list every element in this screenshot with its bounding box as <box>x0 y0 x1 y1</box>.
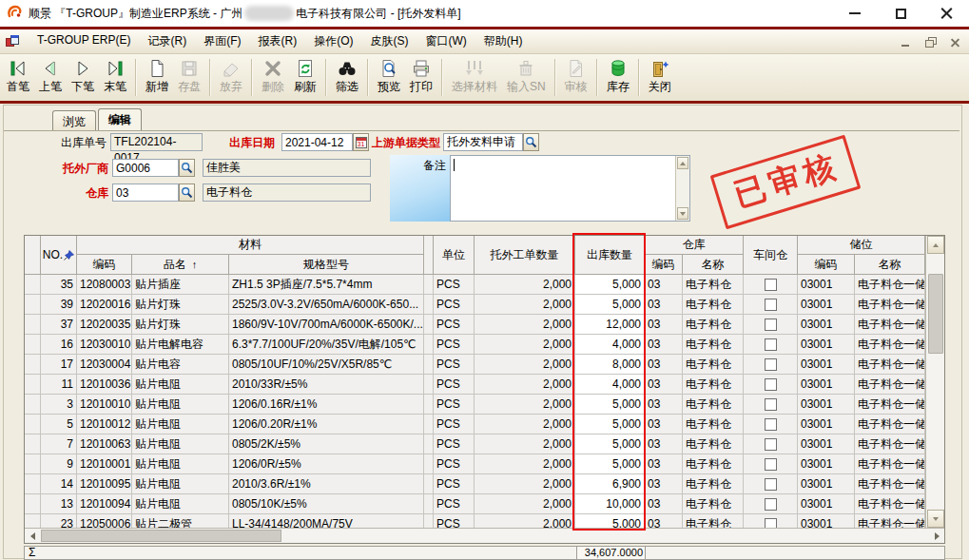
cell-no[interactable]: 9 <box>41 454 77 474</box>
toolbar-button-1[interactable]: 上笔 <box>34 54 67 101</box>
cell-wo-qty[interactable]: 2,000 <box>475 315 575 335</box>
toolbar-button-5[interactable]: 新增 <box>141 54 173 101</box>
cell-name[interactable]: 贴片二极管 <box>132 514 229 528</box>
cell-loc-code[interactable]: 03001 <box>798 275 855 295</box>
cell-wh-name[interactable]: 电子料仓 <box>683 295 744 315</box>
cell-unit[interactable]: PCS <box>434 275 475 295</box>
header-workshop[interactable]: 车间仓 <box>744 236 798 275</box>
cell-loc-code[interactable]: 03001 <box>798 355 855 375</box>
header-clipped-column[interactable] <box>424 236 434 275</box>
cell-wo-qty[interactable]: 2,000 <box>475 434 575 454</box>
cell-clipped[interactable] <box>424 275 434 295</box>
cell-unit[interactable]: PCS <box>434 415 475 434</box>
issue-date-field[interactable] <box>281 133 353 151</box>
cell-name[interactable]: 贴片电容 <box>132 355 229 375</box>
workshop-checkbox[interactable] <box>765 418 777 431</box>
cell-spec[interactable]: 2010/3.6R/±1% <box>229 474 424 494</box>
cell-wh-name[interactable]: 电子料仓 <box>683 514 744 528</box>
cell-code[interactable]: 12010063 <box>77 434 132 454</box>
cell-workshop[interactable] <box>744 395 798 415</box>
mdi-close-button[interactable] <box>946 34 963 49</box>
cell-wh-name[interactable]: 电子料仓 <box>683 395 744 415</box>
cell-no[interactable]: 11 <box>41 375 77 395</box>
cell-unit[interactable]: PCS <box>434 434 475 454</box>
cell-loc-name[interactable]: 电子料仓一储 <box>855 335 925 355</box>
row-indicator-cell[interactable] <box>25 514 41 528</box>
row-indicator-cell[interactable] <box>25 315 41 335</box>
cell-unit[interactable]: PCS <box>434 355 475 375</box>
cell-out-qty[interactable]: 5,000 <box>575 275 645 295</box>
workshop-checkbox[interactable] <box>765 498 777 511</box>
cell-name[interactable]: 贴片插座 <box>132 275 229 295</box>
cell-clipped[interactable] <box>424 375 434 395</box>
row-indicator-cell[interactable] <box>25 434 41 454</box>
cell-workshop[interactable] <box>744 295 798 315</box>
toolbar-button-2[interactable]: 下笔 <box>67 54 99 101</box>
header-material-group[interactable]: 材料 <box>77 236 424 255</box>
cell-wh-name[interactable]: 电子料仓 <box>683 415 744 434</box>
cell-wo-qty[interactable]: 2,000 <box>475 474 575 494</box>
cell-code[interactable]: 12030004 <box>77 355 132 375</box>
cell-wh-name[interactable]: 电子料仓 <box>683 315 744 335</box>
cell-spec[interactable]: 1860/9V-10V/700mA/6000K-6500K/... <box>229 315 424 335</box>
header-out-qty[interactable]: 出库数量 <box>575 236 645 275</box>
cell-wh-code[interactable]: 03 <box>645 415 683 434</box>
menu-item-1[interactable]: 记录(R) <box>139 29 195 53</box>
cell-wo-qty[interactable]: 2,000 <box>475 335 575 355</box>
cell-clipped[interactable] <box>424 454 434 474</box>
cell-code[interactable]: 12020016 <box>77 295 132 315</box>
cell-wo-qty[interactable]: 2,000 <box>475 494 575 514</box>
header-row-indicator[interactable] <box>25 236 41 275</box>
cell-wh-name[interactable]: 电子料仓 <box>683 474 744 494</box>
cell-out-qty[interactable]: 5,000 <box>575 454 645 474</box>
workshop-checkbox[interactable] <box>765 279 777 291</box>
toolbar-button-3[interactable]: 末笔 <box>99 54 131 101</box>
cell-clipped[interactable] <box>424 295 434 315</box>
cell-spec[interactable]: 2525/3.0V-3.2V/650mA/6000K-650... <box>229 295 424 315</box>
cell-out-qty[interactable]: 5,000 <box>575 434 645 454</box>
cell-code[interactable]: 12010036 <box>77 375 132 395</box>
cell-spec[interactable]: 0805/10K/±5% <box>229 494 424 514</box>
cell-wo-qty[interactable]: 2,000 <box>475 375 575 395</box>
remark-scrollbar[interactable] <box>675 156 689 221</box>
vertical-scroll-thumb[interactable] <box>928 274 943 354</box>
cell-wo-qty[interactable]: 2,000 <box>475 295 575 315</box>
scroll-up-button[interactable] <box>927 236 944 254</box>
row-indicator-cell[interactable] <box>25 494 41 514</box>
cell-unit[interactable]: PCS <box>434 395 475 415</box>
row-indicator-cell[interactable] <box>25 295 41 315</box>
cell-code[interactable]: 12010095 <box>77 474 132 494</box>
cell-wh-name[interactable]: 电子料仓 <box>683 275 744 295</box>
toolbar-button-23[interactable]: 库存 <box>602 54 634 101</box>
cell-unit[interactable]: PCS <box>434 315 475 335</box>
cell-spec[interactable]: ZH1.5 3P插座/7.5*5.7*4mm <box>229 275 424 295</box>
cell-out-qty[interactable]: 5,000 <box>575 514 645 528</box>
cell-unit[interactable]: PCS <box>434 514 475 528</box>
workshop-checkbox[interactable] <box>765 438 777 451</box>
horizontal-scrollbar[interactable] <box>25 528 944 543</box>
cell-code[interactable]: 12010094 <box>77 494 132 514</box>
cell-loc-name[interactable]: 电子料仓一储 <box>855 514 925 528</box>
cell-name[interactable]: 贴片电阻 <box>132 415 229 434</box>
workshop-checkbox[interactable] <box>765 299 777 311</box>
tab-browse[interactable]: 浏览 <box>52 110 96 131</box>
cell-spec[interactable]: 1206/0.16R/±1% <box>229 395 424 415</box>
cell-out-qty[interactable]: 5,000 <box>575 295 645 315</box>
scroll-down-button[interactable] <box>927 510 944 528</box>
cell-loc-name[interactable]: 电子料仓一储 <box>855 494 925 514</box>
cell-wh-code[interactable]: 03 <box>645 514 683 528</box>
cell-spec[interactable]: 2010/33R/±5% <box>229 375 424 395</box>
cell-loc-code[interactable]: 03001 <box>798 434 855 454</box>
cell-wh-name[interactable]: 电子料仓 <box>683 454 744 474</box>
cell-wh-code[interactable]: 03 <box>645 315 683 335</box>
menu-item-3[interactable]: 报表(R) <box>249 29 305 53</box>
cell-code[interactable]: 12010012 <box>77 415 132 434</box>
cell-out-qty[interactable]: 4,000 <box>575 335 645 355</box>
header-code[interactable]: 编码 <box>77 255 132 275</box>
header-wo-qty[interactable]: 托外工单数量 <box>475 236 575 275</box>
cell-clipped[interactable] <box>424 494 434 514</box>
cell-wo-qty[interactable]: 2,000 <box>475 514 575 528</box>
cell-no[interactable]: 23 <box>41 514 77 528</box>
cell-loc-code[interactable]: 03001 <box>798 415 855 434</box>
cell-out-qty[interactable]: 8,000 <box>575 355 645 375</box>
